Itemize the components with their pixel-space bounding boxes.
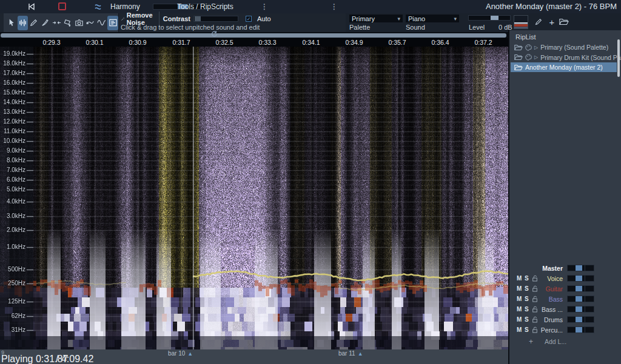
time-tick-label: 0:34.1 <box>302 39 320 46</box>
pencil-tool[interactable] <box>29 16 39 30</box>
app-window: Harmony ⋮ Tools / RipScripts ⋮ Another M… <box>0 0 621 364</box>
more-options-icon-2[interactable]: ⋮ <box>331 2 338 11</box>
time-tick-label: 0:37.2 <box>474 39 492 46</box>
loop-marker-icon[interactable] <box>210 30 218 38</box>
bar-marker[interactable]: bar 11▲ <box>338 350 363 357</box>
record-stop-button[interactable] <box>58 2 66 10</box>
riplist-item[interactable]: ▷Primary (Sound Palette) <box>511 42 617 52</box>
mixer-track-label[interactable]: Voice <box>509 275 563 282</box>
pencil-tool-icon <box>29 18 38 27</box>
time-tick-label: 0:29.3 <box>42 39 60 46</box>
clean-tool[interactable] <box>62 16 73 30</box>
plus-icon[interactable]: + <box>529 337 533 346</box>
timeline-scrollbar[interactable] <box>0 32 508 38</box>
open-folder-button[interactable] <box>558 16 570 28</box>
sound-dropdown[interactable]: Piano▾ <box>406 15 459 22</box>
level-slider[interactable] <box>468 15 511 21</box>
volume-slider-handle[interactable] <box>576 327 582 333</box>
mixer-row: MSPercu... <box>509 325 621 336</box>
join-tool[interactable] <box>51 16 62 30</box>
mixer-track-label[interactable]: Drums <box>509 316 563 323</box>
timeline-scrollbar-thumb[interactable] <box>1 33 506 38</box>
volume-slider[interactable] <box>567 326 594 333</box>
wave-tool[interactable] <box>96 16 107 30</box>
riplist-item-label: Primary Drum Kit (Sound Palette) <box>540 54 621 61</box>
contrast-slider[interactable] <box>193 16 238 22</box>
time-tick-label: 0:32.5 <box>215 39 233 46</box>
mixer-row: MSGuitar <box>509 284 621 294</box>
mixer-track-label[interactable]: Bass <box>509 296 563 303</box>
add-layer-row[interactable]: +Add L... <box>509 337 621 346</box>
status-bar: 9 Playing 0:31.87 / 4:09.42 bar 10▲bar 1… <box>0 349 508 364</box>
spectrogram-canvas[interactable] <box>0 47 508 349</box>
volume-slider-handle[interactable] <box>576 286 582 291</box>
pointer-tool-icon <box>7 18 16 27</box>
auto-checkbox[interactable]: ✓ <box>246 16 252 22</box>
volume-slider[interactable] <box>567 306 594 313</box>
auto-label: Auto <box>257 15 271 22</box>
bar-marker-triangle-icon: ▲ <box>358 351 363 357</box>
harmony-icon <box>93 2 107 11</box>
knife-tool-icon <box>41 18 50 27</box>
add-layer-label[interactable]: Add L... <box>545 338 566 345</box>
mixer-track-label[interactable]: Bass ... <box>509 306 563 313</box>
time-tick-label: 0:30.1 <box>86 39 103 46</box>
palette-dropdown[interactable]: Primary▾ <box>349 15 403 22</box>
skip-to-start-button[interactable] <box>27 2 36 12</box>
volume-slider[interactable] <box>567 285 594 292</box>
volume-slider-handle[interactable] <box>576 265 582 271</box>
wave-tool-icon <box>97 18 106 27</box>
mixer-row: MSBass <box>509 294 621 305</box>
clean-tool-icon <box>63 18 72 27</box>
riplist-scrollbar[interactable] <box>617 39 620 77</box>
join-tool-icon <box>52 18 61 27</box>
chevron-down-icon: ▾ <box>397 16 400 22</box>
harmony-label[interactable]: Harmony <box>110 2 140 11</box>
time-tick-label: 0:36.4 <box>431 39 449 46</box>
notes-panel-tool[interactable] <box>107 16 118 30</box>
contrast-slider-handle[interactable] <box>195 16 201 21</box>
volume-slider-handle[interactable] <box>576 276 582 281</box>
volume-slider[interactable] <box>567 265 594 271</box>
snapshot-tool-icon <box>75 18 84 27</box>
add-button[interactable]: + <box>546 16 558 28</box>
volume-slider-handle[interactable] <box>576 306 582 312</box>
mixer-track-label[interactable]: Master <box>509 265 563 272</box>
volume-slider-handle[interactable] <box>576 317 582 322</box>
riplist-item-label: Primary (Sound Palette) <box>540 44 608 51</box>
expand-triangle-icon[interactable]: ▷ <box>534 55 538 60</box>
tools-ripscripts-menu[interactable]: Tools / RipScripts <box>177 2 233 11</box>
unpitched-select-tool[interactable] <box>18 16 29 30</box>
chevron-down-icon: ▾ <box>454 16 457 22</box>
total-duration: / 4:09.42 <box>56 354 93 364</box>
riplist-item[interactable]: Another Monday (master 2) <box>511 62 617 72</box>
mixer-track-label[interactable]: Guitar <box>509 285 563 293</box>
riplist-item-label: Another Monday (master 2) <box>525 64 603 71</box>
volume-slider[interactable] <box>567 275 594 282</box>
tool-palette <box>4 13 119 32</box>
rip-thumbnail-icon[interactable] <box>514 15 528 29</box>
mixer-track-label[interactable]: Percu... <box>509 326 563 334</box>
level-label: Level <box>469 24 485 31</box>
time-tick-label: 0:34.9 <box>345 39 363 46</box>
level-slider-handle[interactable] <box>491 16 498 20</box>
more-options-icon[interactable]: ⋮ <box>261 2 268 11</box>
riplist-item[interactable]: ▷Primary Drum Kit (Sound Palette) <box>511 53 617 62</box>
palette-panel: Primary▾ Palette Piano▾ Sound Level 0 dB… <box>346 13 621 32</box>
smooth-tool[interactable] <box>85 16 96 30</box>
palette-value: Primary <box>352 15 375 22</box>
volume-slider[interactable] <box>567 296 594 302</box>
unpitched-select-tool-icon <box>18 18 27 27</box>
volume-slider[interactable] <box>567 316 594 323</box>
time-ruler[interactable]: 0:29.30:30.10:30.90:31.70:32.50:33.30:34… <box>0 38 508 47</box>
bar-marker[interactable]: bar 10▲ <box>168 350 193 357</box>
knife-tool[interactable] <box>40 16 51 30</box>
notes-panel-tool-icon <box>109 18 118 27</box>
snapshot-tool[interactable] <box>74 16 85 30</box>
edit-pencil-button[interactable] <box>532 16 545 28</box>
folder-icon <box>514 64 523 71</box>
bar-marker-triangle-icon: ▲ <box>187 351 193 357</box>
expand-triangle-icon[interactable]: ▷ <box>534 45 538 50</box>
volume-slider-handle[interactable] <box>576 296 582 302</box>
pointer-tool[interactable] <box>6 16 17 30</box>
